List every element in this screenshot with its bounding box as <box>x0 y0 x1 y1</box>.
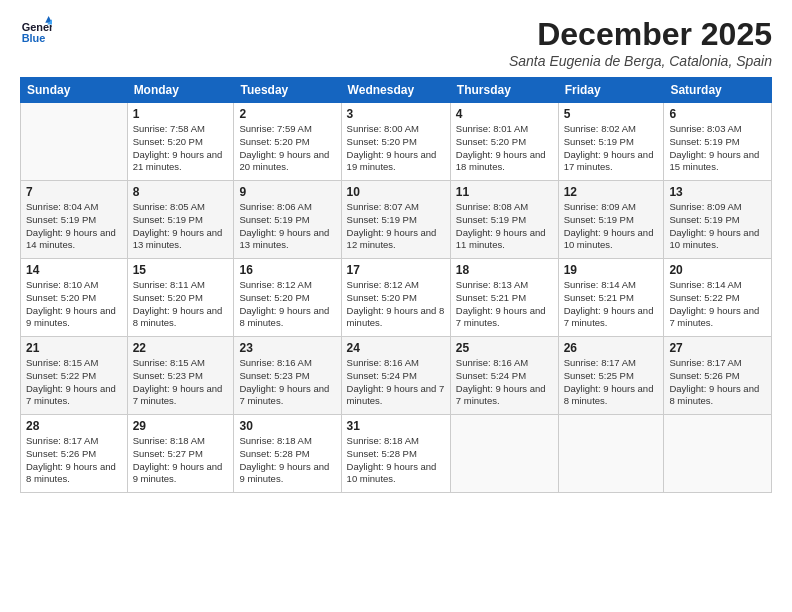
calendar-cell: 11Sunrise: 8:08 AM Sunset: 5:19 PM Dayli… <box>450 181 558 259</box>
calendar-cell: 2Sunrise: 7:59 AM Sunset: 5:20 PM Daylig… <box>234 103 341 181</box>
calendar-week-2: 7Sunrise: 8:04 AM Sunset: 5:19 PM Daylig… <box>21 181 772 259</box>
header: General Blue December 2025 Santa Eugenia… <box>20 16 772 69</box>
calendar-cell: 29Sunrise: 8:18 AM Sunset: 5:27 PM Dayli… <box>127 415 234 493</box>
day-info: Sunrise: 8:14 AM Sunset: 5:21 PM Dayligh… <box>564 279 659 330</box>
day-number: 19 <box>564 263 659 277</box>
header-row: Sunday Monday Tuesday Wednesday Thursday… <box>21 78 772 103</box>
logo: General Blue <box>20 16 52 48</box>
day-info: Sunrise: 8:03 AM Sunset: 5:19 PM Dayligh… <box>669 123 766 174</box>
day-number: 15 <box>133 263 229 277</box>
day-info: Sunrise: 8:09 AM Sunset: 5:19 PM Dayligh… <box>669 201 766 252</box>
calendar-cell: 24Sunrise: 8:16 AM Sunset: 5:24 PM Dayli… <box>341 337 450 415</box>
calendar-cell: 13Sunrise: 8:09 AM Sunset: 5:19 PM Dayli… <box>664 181 772 259</box>
day-number: 22 <box>133 341 229 355</box>
col-saturday: Saturday <box>664 78 772 103</box>
calendar-cell: 9Sunrise: 8:06 AM Sunset: 5:19 PM Daylig… <box>234 181 341 259</box>
day-number: 12 <box>564 185 659 199</box>
calendar-cell: 30Sunrise: 8:18 AM Sunset: 5:28 PM Dayli… <box>234 415 341 493</box>
calendar-cell: 10Sunrise: 8:07 AM Sunset: 5:19 PM Dayli… <box>341 181 450 259</box>
day-info: Sunrise: 8:17 AM Sunset: 5:25 PM Dayligh… <box>564 357 659 408</box>
day-number: 29 <box>133 419 229 433</box>
day-number: 7 <box>26 185 122 199</box>
day-number: 3 <box>347 107 445 121</box>
day-info: Sunrise: 8:16 AM Sunset: 5:24 PM Dayligh… <box>347 357 445 408</box>
calendar-cell: 18Sunrise: 8:13 AM Sunset: 5:21 PM Dayli… <box>450 259 558 337</box>
col-sunday: Sunday <box>21 78 128 103</box>
calendar-cell <box>664 415 772 493</box>
day-info: Sunrise: 8:16 AM Sunset: 5:23 PM Dayligh… <box>239 357 335 408</box>
day-number: 14 <box>26 263 122 277</box>
calendar-cell: 17Sunrise: 8:12 AM Sunset: 5:20 PM Dayli… <box>341 259 450 337</box>
day-number: 24 <box>347 341 445 355</box>
calendar-cell: 15Sunrise: 8:11 AM Sunset: 5:20 PM Dayli… <box>127 259 234 337</box>
calendar-cell <box>558 415 664 493</box>
day-info: Sunrise: 8:17 AM Sunset: 5:26 PM Dayligh… <box>26 435 122 486</box>
day-info: Sunrise: 8:10 AM Sunset: 5:20 PM Dayligh… <box>26 279 122 330</box>
day-number: 13 <box>669 185 766 199</box>
calendar-cell: 27Sunrise: 8:17 AM Sunset: 5:26 PM Dayli… <box>664 337 772 415</box>
day-info: Sunrise: 8:16 AM Sunset: 5:24 PM Dayligh… <box>456 357 553 408</box>
calendar-cell: 28Sunrise: 8:17 AM Sunset: 5:26 PM Dayli… <box>21 415 128 493</box>
day-number: 18 <box>456 263 553 277</box>
calendar-cell: 12Sunrise: 8:09 AM Sunset: 5:19 PM Dayli… <box>558 181 664 259</box>
calendar-cell: 14Sunrise: 8:10 AM Sunset: 5:20 PM Dayli… <box>21 259 128 337</box>
day-number: 4 <box>456 107 553 121</box>
calendar-cell: 16Sunrise: 8:12 AM Sunset: 5:20 PM Dayli… <box>234 259 341 337</box>
location: Santa Eugenia de Berga, Catalonia, Spain <box>509 53 772 69</box>
day-number: 2 <box>239 107 335 121</box>
col-monday: Monday <box>127 78 234 103</box>
day-info: Sunrise: 8:18 AM Sunset: 5:27 PM Dayligh… <box>133 435 229 486</box>
day-info: Sunrise: 8:18 AM Sunset: 5:28 PM Dayligh… <box>239 435 335 486</box>
calendar-week-4: 21Sunrise: 8:15 AM Sunset: 5:22 PM Dayli… <box>21 337 772 415</box>
day-info: Sunrise: 8:02 AM Sunset: 5:19 PM Dayligh… <box>564 123 659 174</box>
calendar-cell <box>450 415 558 493</box>
calendar-cell: 6Sunrise: 8:03 AM Sunset: 5:19 PM Daylig… <box>664 103 772 181</box>
day-number: 17 <box>347 263 445 277</box>
day-number: 21 <box>26 341 122 355</box>
day-number: 10 <box>347 185 445 199</box>
day-info: Sunrise: 8:06 AM Sunset: 5:19 PM Dayligh… <box>239 201 335 252</box>
calendar-cell: 7Sunrise: 8:04 AM Sunset: 5:19 PM Daylig… <box>21 181 128 259</box>
day-info: Sunrise: 8:15 AM Sunset: 5:22 PM Dayligh… <box>26 357 122 408</box>
day-number: 16 <box>239 263 335 277</box>
col-tuesday: Tuesday <box>234 78 341 103</box>
day-info: Sunrise: 8:14 AM Sunset: 5:22 PM Dayligh… <box>669 279 766 330</box>
day-info: Sunrise: 7:59 AM Sunset: 5:20 PM Dayligh… <box>239 123 335 174</box>
calendar-cell: 8Sunrise: 8:05 AM Sunset: 5:19 PM Daylig… <box>127 181 234 259</box>
month-title: December 2025 <box>509 16 772 53</box>
day-info: Sunrise: 8:01 AM Sunset: 5:20 PM Dayligh… <box>456 123 553 174</box>
calendar-cell: 23Sunrise: 8:16 AM Sunset: 5:23 PM Dayli… <box>234 337 341 415</box>
day-number: 31 <box>347 419 445 433</box>
calendar-cell: 1Sunrise: 7:58 AM Sunset: 5:20 PM Daylig… <box>127 103 234 181</box>
day-info: Sunrise: 8:12 AM Sunset: 5:20 PM Dayligh… <box>239 279 335 330</box>
calendar-cell: 3Sunrise: 8:00 AM Sunset: 5:20 PM Daylig… <box>341 103 450 181</box>
col-wednesday: Wednesday <box>341 78 450 103</box>
calendar-cell: 4Sunrise: 8:01 AM Sunset: 5:20 PM Daylig… <box>450 103 558 181</box>
day-number: 27 <box>669 341 766 355</box>
col-thursday: Thursday <box>450 78 558 103</box>
day-number: 5 <box>564 107 659 121</box>
day-number: 26 <box>564 341 659 355</box>
calendar-table: Sunday Monday Tuesday Wednesday Thursday… <box>20 77 772 493</box>
day-number: 20 <box>669 263 766 277</box>
day-info: Sunrise: 8:15 AM Sunset: 5:23 PM Dayligh… <box>133 357 229 408</box>
svg-text:Blue: Blue <box>22 32 46 44</box>
calendar-cell: 31Sunrise: 8:18 AM Sunset: 5:28 PM Dayli… <box>341 415 450 493</box>
day-info: Sunrise: 8:00 AM Sunset: 5:20 PM Dayligh… <box>347 123 445 174</box>
day-number: 11 <box>456 185 553 199</box>
day-info: Sunrise: 8:12 AM Sunset: 5:20 PM Dayligh… <box>347 279 445 330</box>
day-number: 8 <box>133 185 229 199</box>
day-info: Sunrise: 8:05 AM Sunset: 5:19 PM Dayligh… <box>133 201 229 252</box>
day-number: 28 <box>26 419 122 433</box>
title-area: December 2025 Santa Eugenia de Berga, Ca… <box>509 16 772 69</box>
calendar-cell: 20Sunrise: 8:14 AM Sunset: 5:22 PM Dayli… <box>664 259 772 337</box>
day-info: Sunrise: 7:58 AM Sunset: 5:20 PM Dayligh… <box>133 123 229 174</box>
calendar-cell: 25Sunrise: 8:16 AM Sunset: 5:24 PM Dayli… <box>450 337 558 415</box>
col-friday: Friday <box>558 78 664 103</box>
calendar-cell: 26Sunrise: 8:17 AM Sunset: 5:25 PM Dayli… <box>558 337 664 415</box>
day-info: Sunrise: 8:18 AM Sunset: 5:28 PM Dayligh… <box>347 435 445 486</box>
calendar-cell: 22Sunrise: 8:15 AM Sunset: 5:23 PM Dayli… <box>127 337 234 415</box>
page: General Blue December 2025 Santa Eugenia… <box>0 0 792 612</box>
day-info: Sunrise: 8:13 AM Sunset: 5:21 PM Dayligh… <box>456 279 553 330</box>
day-number: 6 <box>669 107 766 121</box>
